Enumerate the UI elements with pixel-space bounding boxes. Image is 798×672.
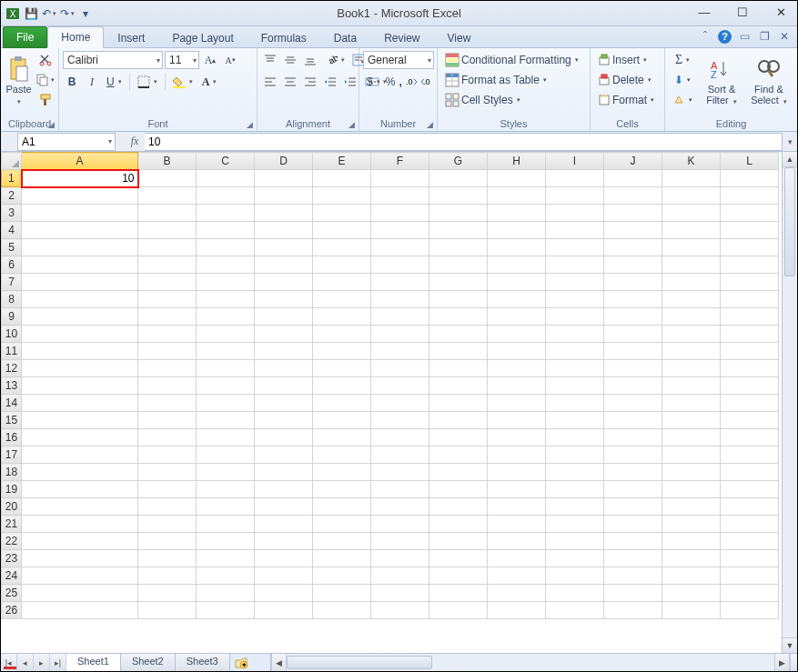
cell-E21[interactable] — [313, 516, 371, 533]
cell-L22[interactable] — [721, 533, 779, 550]
cell-E12[interactable] — [313, 360, 371, 377]
align-bottom-button[interactable] — [301, 51, 319, 69]
cell-H12[interactable] — [488, 360, 546, 377]
cell-F20[interactable] — [371, 498, 429, 516]
sort-filter-button[interactable]: AZ Sort & Filter ▾ — [700, 51, 743, 111]
number-dialog-icon[interactable]: ◢ — [427, 120, 433, 129]
cell-K2[interactable] — [662, 187, 721, 205]
cell-E6[interactable] — [313, 256, 371, 274]
maximize-button[interactable]: ☐ — [730, 3, 755, 21]
cell-E9[interactable] — [313, 308, 371, 326]
cell-C20[interactable] — [197, 498, 255, 516]
cell-A24[interactable] — [22, 567, 138, 585]
cell-J19[interactable] — [604, 481, 662, 498]
formula-input[interactable]: 10 — [145, 133, 783, 151]
row-header-8[interactable]: 8 — [2, 291, 22, 308]
cell-K10[interactable] — [662, 326, 721, 343]
tab-page-layout[interactable]: Page Layout — [158, 27, 247, 48]
cell-B23[interactable] — [138, 550, 197, 567]
cell-J10[interactable] — [604, 326, 662, 343]
cell-L11[interactable] — [721, 343, 779, 360]
row-header-11[interactable]: 11 — [2, 343, 22, 360]
cell-C8[interactable] — [197, 291, 255, 308]
cell-G17[interactable] — [429, 446, 488, 464]
format-cells-button[interactable]: Format▾ — [594, 91, 661, 109]
cell-F19[interactable] — [371, 481, 429, 498]
cell-L25[interactable] — [721, 585, 779, 602]
cell-K15[interactable] — [662, 412, 721, 429]
cell-G22[interactable] — [429, 533, 488, 550]
cell-D25[interactable] — [255, 585, 313, 602]
cell-G12[interactable] — [429, 360, 488, 377]
cell-E10[interactable] — [313, 326, 371, 343]
cell-H26[interactable] — [488, 602, 546, 619]
cell-F8[interactable] — [371, 291, 429, 308]
cell-A4[interactable] — [22, 222, 138, 239]
cell-L13[interactable] — [721, 377, 779, 395]
cell-D2[interactable] — [255, 187, 313, 205]
cell-J25[interactable] — [604, 585, 662, 602]
horizontal-scrollbar[interactable]: ◀ ▶ — [270, 654, 797, 671]
cell-F10[interactable] — [371, 326, 429, 343]
cell-J2[interactable] — [604, 187, 662, 205]
cell-A13[interactable] — [22, 377, 138, 395]
cell-B26[interactable] — [138, 602, 197, 619]
cell-B4[interactable] — [138, 222, 197, 239]
row-header-18[interactable]: 18 — [2, 464, 22, 481]
cell-D10[interactable] — [255, 326, 313, 343]
cell-H13[interactable] — [488, 377, 546, 395]
cell-L21[interactable] — [721, 516, 779, 533]
cell-E2[interactable] — [313, 187, 371, 205]
cell-H25[interactable] — [488, 585, 546, 602]
cell-F23[interactable] — [371, 550, 429, 567]
cell-G6[interactable] — [429, 256, 488, 274]
cell-C5[interactable] — [197, 239, 255, 256]
minimize-ribbon-icon[interactable]: ˆ — [698, 29, 712, 44]
cell-L4[interactable] — [721, 222, 779, 239]
cell-J7[interactable] — [604, 274, 662, 291]
cell-G7[interactable] — [429, 274, 488, 291]
cell-J22[interactable] — [604, 533, 662, 550]
cell-E5[interactable] — [313, 239, 371, 256]
cell-F3[interactable] — [371, 205, 429, 222]
cell-K9[interactable] — [662, 308, 721, 326]
cell-C14[interactable] — [197, 395, 255, 412]
row-header-6[interactable]: 6 — [2, 256, 22, 274]
cell-F16[interactable] — [371, 429, 429, 446]
number-format-combo[interactable]: General▾ — [363, 51, 434, 69]
cell-E11[interactable] — [313, 343, 371, 360]
cell-B7[interactable] — [138, 274, 197, 291]
fill-color-button[interactable]: ▾ — [169, 73, 197, 91]
cut-button[interactable] — [36, 51, 55, 69]
workbook-close-icon[interactable]: ✕ — [777, 29, 792, 44]
cell-A9[interactable] — [22, 308, 138, 326]
tab-home[interactable]: Home — [47, 26, 104, 48]
format-as-table-button[interactable]: Format as Table▾ — [441, 71, 586, 89]
cell-A10[interactable] — [22, 326, 138, 343]
sheet-nav-prev-button[interactable]: ◂ — [17, 654, 34, 671]
row-header-7[interactable]: 7 — [2, 274, 22, 291]
cell-D3[interactable] — [255, 205, 313, 222]
cell-D16[interactable] — [255, 429, 313, 446]
sheet-tab-2[interactable]: Sheet2 — [121, 654, 176, 671]
cell-F6[interactable] — [371, 256, 429, 274]
cell-G10[interactable] — [429, 326, 488, 343]
cell-I11[interactable] — [546, 343, 604, 360]
row-header-24[interactable]: 24 — [2, 567, 22, 585]
cell-J14[interactable] — [604, 395, 662, 412]
cell-L17[interactable] — [721, 446, 779, 464]
scroll-down-button[interactable]: ▼ — [783, 637, 797, 653]
col-header-G[interactable]: G — [429, 153, 488, 170]
cell-H3[interactable] — [488, 205, 546, 222]
cell-E24[interactable] — [313, 567, 371, 585]
row-header-17[interactable]: 17 — [2, 446, 22, 464]
cell-G15[interactable] — [429, 412, 488, 429]
cell-I20[interactable] — [546, 498, 604, 516]
cell-J24[interactable] — [604, 567, 662, 585]
cell-A20[interactable] — [22, 498, 138, 516]
cell-B20[interactable] — [138, 498, 197, 516]
row-header-21[interactable]: 21 — [2, 516, 22, 533]
cell-E25[interactable] — [313, 585, 371, 602]
cell-I1[interactable] — [546, 170, 604, 187]
cell-H10[interactable] — [488, 326, 546, 343]
